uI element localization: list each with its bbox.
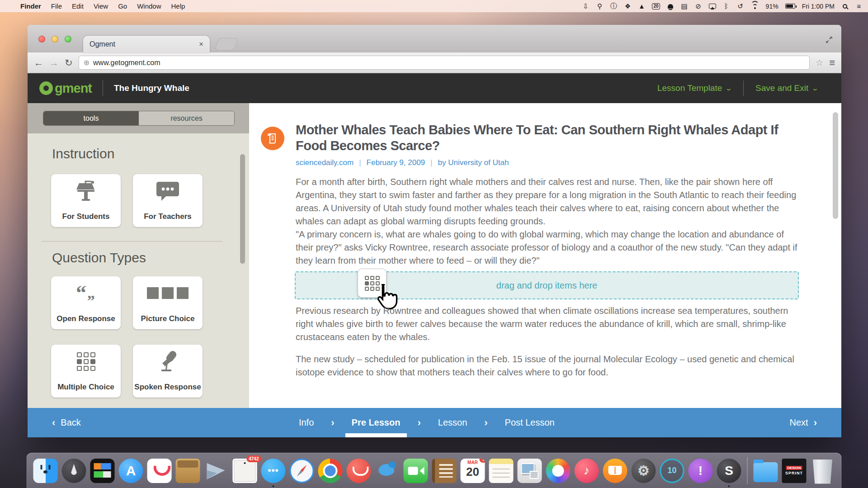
- lesson-template-menu[interactable]: Lesson Template ⌄: [646, 83, 743, 93]
- bookmark-star-icon[interactable]: ☆: [816, 57, 823, 68]
- menu-edit[interactable]: Edit: [67, 2, 89, 10]
- dock-facetime-icon[interactable]: [404, 459, 428, 483]
- ogment-logo[interactable]: gment: [39, 81, 92, 96]
- app-header: gment The Hungry Whale Lesson Template ⌄…: [28, 73, 841, 103]
- sidebar: Instruction For Students For Teachers Qu…: [28, 133, 249, 408]
- dock-itunes-icon[interactable]: ♪: [575, 459, 599, 483]
- menu-clock[interactable]: Fri 1:00 PM: [802, 3, 835, 10]
- close-window-button[interactable]: [38, 36, 45, 43]
- sidebar-tabs: tools resources: [43, 111, 235, 126]
- dock-calendar-icon[interactable]: MAR 20 1: [461, 459, 485, 483]
- dock-messages-icon[interactable]: •••: [261, 459, 286, 483]
- dock-pocket-icon[interactable]: [147, 459, 172, 483]
- reload-icon[interactable]: ↻: [65, 58, 73, 67]
- step-info[interactable]: Info: [297, 417, 316, 428]
- battery-icon: [785, 4, 795, 9]
- dock-twitter-icon[interactable]: [375, 459, 400, 483]
- header-divider: [103, 80, 103, 96]
- tool-label: Picture Choice: [141, 314, 194, 323]
- tool-for-students[interactable]: For Students: [51, 174, 121, 227]
- minimize-window-button[interactable]: [52, 36, 58, 43]
- dock-sketch-icon[interactable]: S: [717, 459, 741, 483]
- dock-utility-gear-icon[interactable]: ⚙: [632, 459, 656, 483]
- step-pre-lesson[interactable]: Pre Lesson: [350, 417, 402, 428]
- dock-cloud-app-icon[interactable]: [347, 459, 371, 483]
- dock-camera-app-icon[interactable]: 10: [660, 459, 684, 483]
- menu-help[interactable]: Help: [166, 2, 190, 10]
- content-scrollbar[interactable]: [833, 112, 838, 219]
- dock-ibooks-icon[interactable]: [603, 459, 627, 483]
- tool-label: Open Response: [57, 314, 115, 323]
- save-and-exit-menu[interactable]: Save and Exit ⌄: [744, 83, 830, 93]
- dock-box-app-icon[interactable]: [176, 459, 200, 483]
- step-post-lesson[interactable]: Post Lesson: [503, 417, 557, 428]
- zoom-window-button[interactable]: [65, 36, 71, 43]
- dock-notes-icon[interactable]: [489, 459, 514, 483]
- dropbox-icon[interactable]: ❖: [624, 2, 631, 10]
- tool-for-teachers[interactable]: For Teachers: [133, 174, 203, 227]
- menu-finder[interactable]: Finder: [15, 2, 46, 10]
- dock-downloads-folder-icon[interactable]: [754, 462, 778, 482]
- dock-photos-icon[interactable]: [546, 459, 571, 483]
- browser-menu-icon[interactable]: ≡: [829, 57, 835, 69]
- dock-app-store-icon[interactable]: A: [119, 459, 143, 483]
- tab-tools[interactable]: tools: [43, 111, 139, 125]
- utility-status-icon[interactable]: ⚲: [596, 2, 603, 10]
- bluetooth-icon[interactable]: ᛒ: [723, 2, 730, 10]
- back-nav-icon[interactable]: ←: [34, 58, 43, 67]
- step-lesson[interactable]: Lesson: [436, 417, 469, 428]
- time-machine-icon[interactable]: ↺: [737, 2, 744, 10]
- dock-system-windows-icon[interactable]: [518, 459, 542, 483]
- menu-window[interactable]: Window: [132, 2, 166, 10]
- dock-chrome-icon[interactable]: [318, 459, 343, 483]
- fullscreen-expand-icon[interactable]: [825, 36, 833, 44]
- battery-percent: 91%: [766, 3, 778, 10]
- dock-alert-app-icon[interactable]: !: [689, 459, 713, 483]
- notes-status-icon[interactable]: ▤: [681, 2, 688, 10]
- airplay-icon[interactable]: [709, 4, 716, 9]
- dock-paper-plane-icon[interactable]: [204, 459, 229, 483]
- forward-nav-icon[interactable]: →: [49, 58, 59, 67]
- dock-safari-icon[interactable]: [290, 459, 314, 483]
- article-paragraph: Previous research by Rowntree and collea…: [296, 304, 800, 344]
- tab-title: Ogment: [90, 40, 115, 48]
- dock-contacts-icon[interactable]: [432, 459, 457, 483]
- dock-design-sprint-doc-icon[interactable]: DESIGN SPRINT: [782, 459, 807, 483]
- tab-resources[interactable]: resources: [139, 111, 234, 125]
- next-button[interactable]: Next ›: [790, 417, 817, 429]
- back-button[interactable]: ‹ Back: [52, 417, 81, 429]
- tool-picture-choice[interactable]: Picture Choice: [133, 276, 203, 329]
- dock-trash-icon[interactable]: [811, 460, 835, 484]
- chevron-down-icon: ⌄: [811, 85, 819, 92]
- beacon-status-icon[interactable]: ▲: [638, 2, 645, 10]
- notification-bell-icon[interactable]: [667, 4, 674, 9]
- dock-mail-icon[interactable]: 4742: [233, 459, 257, 483]
- tab-close-icon[interactable]: ×: [199, 40, 203, 49]
- browser-tab[interactable]: Ogment ×: [83, 36, 210, 52]
- dock-media-app-icon[interactable]: [90, 459, 115, 483]
- tool-multiple-choice[interactable]: Multiple Choice: [51, 345, 121, 398]
- article-source-link[interactable]: sciencedaily.com: [296, 158, 354, 167]
- menu-file[interactable]: File: [46, 2, 67, 10]
- notification-center-icon[interactable]: ≡: [855, 2, 863, 10]
- spotlight-search-icon[interactable]: [841, 4, 849, 9]
- download-status-icon[interactable]: ⇩: [582, 2, 589, 10]
- calendar-status-icon[interactable]: 20: [652, 3, 660, 9]
- article-byline[interactable]: by University of Utah: [438, 158, 509, 167]
- tool-open-response[interactable]: “„ Open Response: [51, 276, 121, 329]
- dock-finder-icon[interactable]: [33, 459, 58, 483]
- menu-view[interactable]: View: [89, 2, 113, 10]
- info-status-icon[interactable]: ⓘ: [610, 2, 617, 10]
- new-tab-button[interactable]: [215, 38, 239, 50]
- browser-tab-strip: Ogment ×: [28, 25, 841, 52]
- address-bar[interactable]: ⊕ www.getogment.com: [79, 56, 810, 70]
- sidebar-scrollbar[interactable]: [240, 154, 245, 264]
- menu-go[interactable]: Go: [113, 2, 132, 10]
- tool-label: Spoken Response: [134, 383, 201, 392]
- sidebar-section-divider: [42, 241, 222, 242]
- dock-launchpad-icon[interactable]: [62, 459, 86, 483]
- wifi-icon[interactable]: [751, 3, 759, 9]
- do-not-disturb-icon[interactable]: ⊘: [695, 2, 702, 10]
- tool-spoken-response[interactable]: Spoken Response: [133, 345, 203, 398]
- url-text[interactable]: www.getogment.com: [93, 59, 160, 67]
